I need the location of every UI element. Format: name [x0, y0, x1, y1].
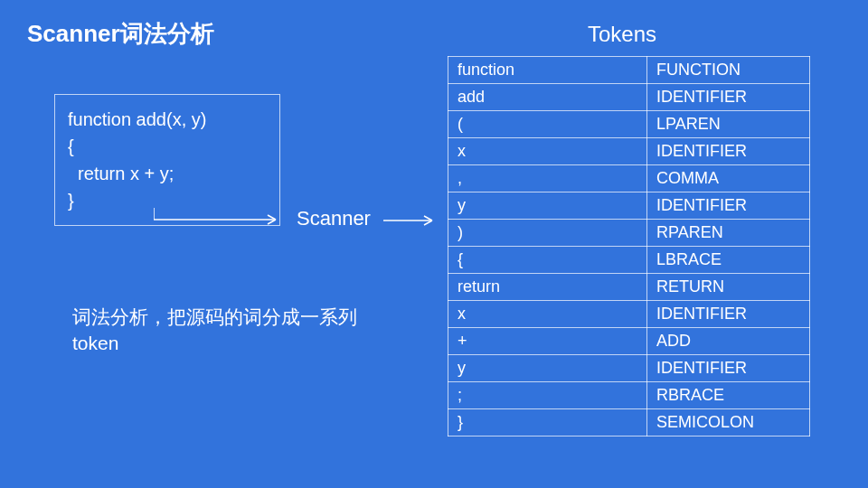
token-lexeme: x: [448, 138, 647, 165]
table-row: +ADD: [448, 328, 810, 355]
arrow-right-icon: [383, 213, 441, 228]
table-row: }SEMICOLON: [448, 409, 810, 436]
token-lexeme: }: [448, 409, 647, 436]
token-lexeme: {: [448, 247, 647, 274]
token-lexeme: x: [448, 301, 647, 328]
token-type: LPAREN: [647, 111, 810, 138]
table-row: xIDENTIFIER: [448, 138, 810, 165]
table-row: yIDENTIFIER: [448, 192, 810, 220]
token-lexeme: ): [448, 220, 647, 247]
description-text: 词法分析，把源码的词分成一系列token: [72, 304, 380, 357]
scanner-label: Scanner: [297, 207, 371, 230]
token-type: IDENTIFIER: [647, 192, 810, 220]
token-type: ADD: [647, 328, 810, 355]
page-title: Scanner词法分析: [27, 18, 214, 50]
token-lexeme: +: [448, 328, 647, 355]
token-type: RETURN: [647, 274, 810, 301]
table-row: functionFUNCTION: [448, 57, 810, 84]
token-type: IDENTIFIER: [647, 84, 810, 111]
token-type: SEMICOLON: [647, 409, 810, 436]
token-type: RPAREN: [647, 220, 810, 247]
token-lexeme: y: [448, 192, 647, 220]
table-row: {LBRACE: [448, 247, 810, 274]
source-code-box: function add(x, y) { return x + y; }: [54, 94, 280, 226]
token-type: RBRACE: [647, 382, 810, 409]
table-row: addIDENTIFIER: [448, 84, 810, 111]
token-type: IDENTIFIER: [647, 138, 810, 165]
table-row: xIDENTIFIER: [448, 301, 810, 328]
token-type: LBRACE: [647, 247, 810, 274]
token-lexeme: return: [448, 274, 647, 301]
table-row: returnRETURN: [448, 274, 810, 301]
table-row: ,COMMA: [448, 165, 810, 192]
token-type: IDENTIFIER: [647, 355, 810, 382]
table-row: yIDENTIFIER: [448, 355, 810, 382]
token-lexeme: (: [448, 111, 647, 138]
table-row: )RPAREN: [448, 220, 810, 247]
token-type: COMMA: [647, 165, 810, 192]
token-lexeme: y: [448, 355, 647, 382]
table-row: ;RBRACE: [448, 382, 810, 409]
token-type: IDENTIFIER: [647, 301, 810, 328]
token-type: FUNCTION: [647, 57, 810, 84]
token-lexeme: ;: [448, 382, 647, 409]
token-lexeme: function: [448, 57, 647, 84]
token-table: functionFUNCTIONaddIDENTIFIER(LPARENxIDE…: [448, 56, 810, 436]
tokens-header: Tokens: [588, 22, 656, 47]
table-row: (LPAREN: [448, 111, 810, 138]
token-lexeme: ,: [448, 165, 647, 192]
token-lexeme: add: [448, 84, 647, 111]
